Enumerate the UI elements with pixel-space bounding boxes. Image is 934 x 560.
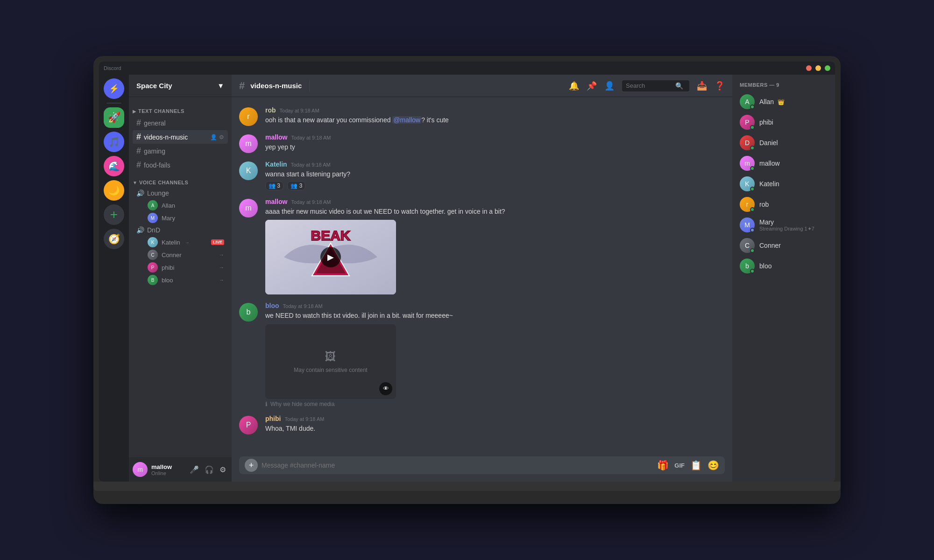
server-name-bar[interactable]: Space City ▼ (129, 75, 232, 97)
notification-bell-icon[interactable]: 🔔 (569, 81, 579, 91)
channel-hash-icon: # (136, 160, 141, 170)
server-icon-3[interactable]: 🌊 (104, 156, 124, 176)
online-status-dot (750, 166, 755, 171)
message-group-katelin: K Katelin Today at 9:18 AM wanna start a… (232, 159, 732, 192)
reveal-content-button[interactable]: 👁 (379, 382, 392, 395)
rob-author-name[interactable]: rob (265, 106, 276, 114)
members-sidebar: MEMBERS — 9 A Allan 👑 P phibi (732, 75, 835, 482)
rob-message-header: rob Today at 9:18 AM (265, 106, 725, 114)
voice-user-allan[interactable]: A Allan (133, 199, 228, 211)
channel-name-videos: videos-n-music (144, 133, 188, 141)
mary-member-avatar: M (740, 217, 755, 232)
add-server-button[interactable]: + (104, 204, 124, 225)
member-item-mallow[interactable]: m mallow (736, 153, 831, 174)
discord-server-icon[interactable]: ⚡ (104, 78, 124, 99)
server-icon-4[interactable]: 🌙 (104, 180, 124, 201)
close-btn[interactable] (806, 65, 812, 71)
mallow-author-name[interactable]: mallow (265, 133, 287, 141)
bloo-author-name[interactable]: bloo (265, 302, 279, 309)
server-divider (106, 103, 121, 104)
member-item-rob[interactable]: r rob (736, 194, 831, 215)
media-warning-link[interactable]: ℹ Why we hide some media (265, 401, 725, 407)
pin-icon[interactable]: 📌 (587, 81, 597, 91)
sensitive-content-icon: 🖼 (325, 350, 336, 363)
gift-icon[interactable]: 🎁 (657, 460, 669, 471)
katelin-author-name[interactable]: Katelin (265, 161, 287, 168)
app-title: Discord (104, 65, 121, 71)
phibi-member-avatar: P (740, 115, 755, 130)
sticker-icon[interactable]: 📋 (690, 460, 702, 471)
maximize-btn[interactable] (825, 65, 830, 71)
voice-user-bloo[interactable]: B bloo → (133, 274, 228, 286)
member-item-conner[interactable]: C Conner (736, 235, 831, 256)
channel-header-name: videos-n-music (250, 82, 302, 90)
mallow-message-content-2: mallow Today at 9:18 AM aaaa their new m… (265, 198, 725, 295)
allan-voice-name: Allan (162, 202, 175, 209)
invite-icon[interactable]: 👤 (210, 134, 217, 140)
server-icon-2[interactable]: 🎵 (104, 132, 124, 152)
katelin-message-content: Katelin Today at 9:18 AM wanna start a l… (265, 161, 725, 190)
mallow-timestamp-2: Today at 9:18 AM (291, 199, 331, 205)
member-item-mary[interactable]: M Mary Streaming Drawing 1✦7 (736, 215, 831, 235)
channel-item-food-fails[interactable]: # food-fails (133, 158, 228, 172)
play-button[interactable]: ▶ (320, 247, 341, 267)
message-group-mallow-2: m mallow Today at 9:18 AM aaaa their new… (232, 196, 732, 297)
speaker-icon: 🔊 (136, 226, 144, 234)
member-item-daniel[interactable]: D Daniel (736, 133, 831, 153)
settings-icon[interactable]: ⚙ (219, 134, 224, 140)
minimize-btn[interactable] (815, 65, 821, 71)
server-icon-space-city[interactable]: 🚀 (104, 107, 124, 128)
gif-button[interactable]: GIF (674, 462, 685, 469)
voice-user-conner[interactable]: C Conner → (133, 249, 228, 261)
live-badge: LIVE (211, 239, 224, 245)
channel-name-gaming: gaming (144, 147, 165, 155)
voice-channel-lounge[interactable]: 🔊 Lounge (133, 188, 228, 199)
channel-item-gaming[interactable]: # gaming (133, 144, 228, 158)
voice-channel-dnd[interactable]: 🔊 DnD (133, 224, 228, 236)
mallow-author-name-2[interactable]: mallow (265, 198, 287, 205)
phibi-author-name[interactable]: phibi (265, 415, 281, 422)
inbox-icon[interactable]: 📥 (697, 81, 707, 91)
search-input[interactable] (626, 82, 672, 89)
online-status-dot (750, 248, 755, 253)
member-item-allan[interactable]: A Allan 👑 (736, 91, 831, 112)
allan-member-avatar: A (740, 94, 755, 109)
text-channels-category[interactable]: ▶ TEXT CHANNELS (129, 101, 232, 116)
members-icon[interactable]: 👤 (604, 81, 615, 91)
voice-user-katelin[interactable]: K Katelin → LIVE (133, 236, 228, 248)
bloo-timestamp: Today at 9:18 AM (283, 303, 323, 309)
explore-servers-button[interactable]: 🧭 (104, 229, 124, 249)
headset-icon[interactable]: 🎧 (203, 463, 216, 476)
online-status-dot (750, 269, 755, 273)
member-item-katelin[interactable]: K Katelin (736, 174, 831, 194)
allan-member-name: Allan 👑 (759, 98, 785, 105)
phibi-message-header: phibi Today at 9:18 AM (265, 415, 725, 422)
channel-item-videos-n-music[interactable]: # videos-n-music 👤 ⚙ (133, 130, 228, 144)
message-text-input[interactable] (262, 456, 653, 474)
user-settings-icon[interactable]: ⚙ (218, 463, 228, 476)
beak-video-embed[interactable]: BEAK ▶ (265, 220, 396, 294)
mallow-mention[interactable]: @mallow (392, 116, 421, 124)
reaction-2[interactable]: 👥 3 (287, 181, 305, 190)
mic-icon[interactable]: 🎤 (188, 463, 201, 476)
member-item-bloo[interactable]: b bloo (736, 256, 831, 276)
mallow-avatar-1: m (239, 134, 258, 153)
emoji-icon[interactable]: 😊 (708, 460, 719, 471)
titlebar: Discord (99, 62, 835, 75)
input-action-buttons: 🎁 GIF 📋 😊 (657, 460, 719, 471)
streaming-status-dot (750, 228, 755, 232)
voice-channels-category[interactable]: ▼ VOICE CHANNELS (129, 172, 232, 187)
current-user-name: mallow (151, 463, 184, 470)
mallow-avatar-2: m (239, 199, 258, 217)
voice-user-mary[interactable]: M Mary (133, 212, 228, 224)
search-box[interactable]: 🔍 (622, 80, 689, 91)
add-attachment-button[interactable]: + (245, 459, 258, 472)
server-sidebar: ⚡ 🚀 🎵 🌊 🌙 + 🧭 (99, 75, 129, 482)
channel-item-general[interactable]: # general (133, 116, 228, 130)
messages-area: r rob Today at 9:18 AM ooh is that a new… (232, 97, 732, 456)
member-item-phibi[interactable]: P phibi (736, 112, 831, 133)
voice-user-phibi[interactable]: P phibi → (133, 261, 228, 273)
rob-avatar: r (239, 107, 258, 126)
reaction-1[interactable]: 👥 3 (265, 181, 283, 190)
help-icon[interactable]: ❓ (715, 81, 725, 91)
